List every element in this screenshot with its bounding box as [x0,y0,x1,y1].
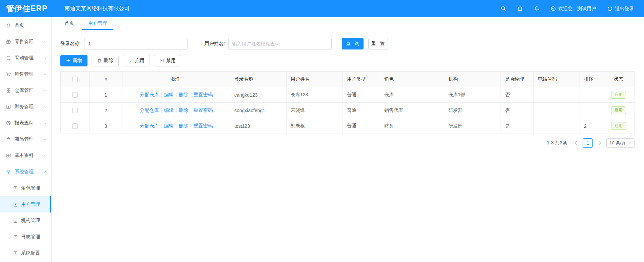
sidebar-item-purchase[interactable]: 采购管理 [0,50,51,66]
pagination: 1-3 共3条 1 10 条/页 [60,138,635,148]
delete-button[interactable]: 删除 [92,55,119,66]
chevron-down-icon [43,105,47,109]
reset-password-link[interactable]: 重置密码 [194,123,213,128]
cell-name: 仓库123 [287,87,343,103]
sidebar-item-label: 采购管理 [15,55,34,61]
sidebar-subitem-roles[interactable]: 角色管理 [0,180,51,196]
sidebar-item-basedata[interactable]: 基本资料 [0,147,51,164]
document-icon [13,186,18,191]
cell-manager: 否 [501,103,534,118]
row-checkbox[interactable] [72,92,78,98]
next-page-icon[interactable] [596,140,603,146]
edit-link[interactable]: 编辑 [164,92,174,97]
chevron-down-icon [43,154,47,158]
sidebar-subitem-logs[interactable]: 日志管理 [0,229,51,245]
x-square-icon [159,58,164,63]
cell-login: cangku123 [230,87,287,103]
reset-button[interactable]: 重 置 [368,38,388,49]
col-ops: 操作 [122,72,230,87]
reset-password-link[interactable]: 重置密码 [194,92,213,97]
sidebar-subitem-users[interactable]: 用户管理 [0,196,51,213]
logout-button[interactable]: 退出登录 [607,6,634,12]
sidebar-subitem-orgs[interactable]: 机构管理 [0,213,51,229]
sidebar-subitem-label: 角色管理 [21,185,40,191]
sidebar-item-goods[interactable]: 商品管理 [0,131,51,147]
page-size-value: 10 条/页 [609,140,626,146]
chevron-down-icon [628,141,631,145]
trash-icon [97,58,102,63]
sidebar-subitem-config[interactable]: 系统配置 [0,245,51,261]
logout-icon [607,6,613,12]
document-icon [13,251,18,256]
grid-icon [6,153,11,158]
cell-manager: 是 [501,118,534,134]
chevron-down-icon [43,73,47,76]
page-number-button[interactable]: 1 [583,138,593,148]
cell-org: 研发部 [444,118,501,134]
row-checkbox[interactable] [72,123,78,129]
delete-link[interactable]: 删除 [179,92,188,97]
cell-type: 普通 [343,118,380,134]
add-button[interactable]: 新增 [60,55,87,66]
cell-role: 财务 [380,118,444,134]
col-type: 用户类型 [343,72,380,87]
user-menu[interactable]: 欢迎您，测试用户 [550,6,596,12]
sidebar-item-retail[interactable]: 零售管理 [0,34,51,50]
col-org: 机构 [444,72,501,87]
chevron-down-icon [43,121,47,125]
assign-warehouse-link[interactable]: 分配仓库 [140,123,159,128]
search-form: 登录名称: 用户姓名: 查 询 重 置 [60,38,635,49]
user-name-input[interactable] [228,38,332,49]
col-sort: 排序 [580,72,602,87]
sidebar-item-sales[interactable]: 销售管理 [0,66,51,82]
edit-link[interactable]: 编辑 [164,107,174,113]
plus-icon [66,58,71,63]
cell-ops: 分配仓库|编辑|删除|重置密码 [122,103,230,118]
cabinet-icon [6,88,11,93]
login-name-input[interactable] [84,38,188,49]
chevron-up-icon [43,170,47,174]
query-button[interactable]: 查 询 [342,38,364,49]
sidebar-item-warehouse[interactable]: 仓库管理 [0,82,51,99]
delete-link[interactable]: 删除 [179,123,188,128]
bell-icon[interactable] [534,6,540,12]
login-name-label: 登录名称: [60,41,81,47]
prev-page-icon[interactable] [572,140,579,146]
user-dropdown-icon [550,6,556,12]
col-name: 用户姓名 [287,72,343,87]
sidebar-item-label: 首页 [15,22,24,28]
assign-warehouse-link[interactable]: 分配仓库 [140,107,159,113]
company-name: 南通某某网络科技有限公司 [64,5,130,12]
sidebar-item-finance[interactable]: 财务管理 [0,99,51,115]
assign-warehouse-link[interactable]: 分配仓库 [140,92,159,97]
reset-password-link[interactable]: 重置密码 [194,107,213,113]
tab-user-management[interactable]: 用户管理 [82,17,113,30]
row-checkbox[interactable] [72,108,78,113]
user-table: # 操作 登录名称 用户姓名 用户类型 角色 机构 是否经理 电话号码 排序 状… [60,71,635,134]
enable-button[interactable]: 启用 [123,55,150,66]
cell-sort [580,103,602,118]
sidebar-item-reports[interactable]: 报表查询 [0,115,51,131]
cart-icon [6,72,11,77]
cell-type: 普通 [343,103,380,118]
sidebar-item-label: 零售管理 [15,39,34,45]
status-badge: 启用 [611,122,626,129]
tab-home[interactable]: 首页 [58,17,80,30]
disable-button[interactable]: 禁用 [154,55,181,66]
sidebar-item-system[interactable]: 系统管理 [0,164,51,180]
delete-link[interactable]: 删除 [179,107,188,113]
cell-phone [534,87,580,103]
main-area: 首页 用户管理 登录名称: 用户姓名: 查 询 重 置 [52,17,644,262]
cell-num: 2 [90,103,122,118]
sidebar-item-home[interactable]: 首页 [0,17,51,34]
sidebar-item-label: 销售管理 [15,71,34,77]
search-icon[interactable] [501,6,506,12]
bank-icon[interactable] [517,6,523,12]
cell-phone [534,118,580,134]
page-size-select[interactable]: 10 条/页 [606,138,635,148]
select-all-checkbox[interactable] [72,77,78,82]
sidebar: 首页 零售管理 采购管理 销售管理 [0,17,52,262]
page-content: 登录名称: 用户姓名: 查 询 重 置 新增 [52,30,644,148]
edit-link[interactable]: 编辑 [164,123,174,128]
app-logo: 管伊佳ERP [6,3,47,14]
